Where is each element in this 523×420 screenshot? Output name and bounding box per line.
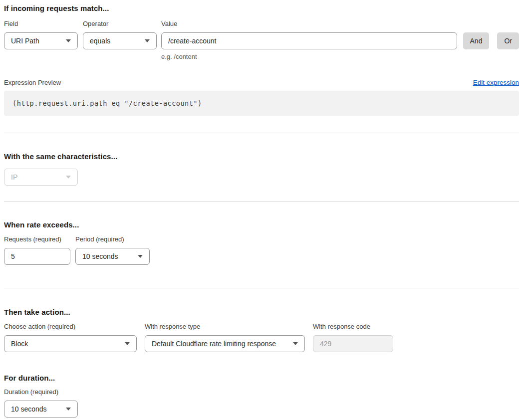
duration-column: Duration (required) 10 seconds bbox=[4, 388, 519, 418]
operator-select-value: equals bbox=[90, 37, 110, 45]
chevron-down-icon bbox=[125, 342, 130, 345]
response-code-column: With response code bbox=[313, 323, 393, 352]
section-duration: For duration... Duration (required) 10 s… bbox=[4, 374, 519, 418]
response-type-column: With response type Default Cloudflare ra… bbox=[145, 323, 305, 352]
operator-select[interactable]: equals bbox=[83, 32, 157, 49]
section-rate: When rate exceeds... Requests (required)… bbox=[4, 220, 519, 265]
requests-input[interactable] bbox=[4, 248, 70, 265]
requests-label: Requests (required) bbox=[4, 235, 70, 243]
expression-preview-header: Expression Preview Edit expression bbox=[4, 79, 519, 86]
chevron-down-icon bbox=[145, 39, 150, 42]
choose-action-select-value: Block bbox=[11, 340, 28, 348]
field-column: Field URI Path bbox=[4, 20, 78, 49]
rate-row: Requests (required) Period (required) 10… bbox=[4, 235, 519, 265]
section-title-duration: For duration... bbox=[4, 374, 519, 382]
response-type-label: With response type bbox=[145, 323, 305, 331]
chevron-down-icon bbox=[66, 408, 71, 411]
section-title-incoming-requests: If incoming requests match... bbox=[4, 4, 519, 12]
rate-limiting-rule-form: If incoming requests match... Field URI … bbox=[0, 0, 523, 418]
and-button[interactable]: And bbox=[463, 32, 490, 49]
choose-action-label: Choose action (required) bbox=[4, 323, 137, 331]
section-title-action: Then take action... bbox=[4, 308, 519, 316]
chevron-down-icon bbox=[138, 255, 143, 258]
duration-select[interactable]: 10 seconds bbox=[4, 401, 78, 418]
edit-expression-link[interactable]: Edit expression bbox=[473, 79, 519, 86]
action-row: Choose action (required) Block With resp… bbox=[4, 323, 519, 352]
choose-action-column: Choose action (required) Block bbox=[4, 323, 137, 352]
response-code-label: With response code bbox=[313, 323, 393, 331]
section-divider bbox=[4, 201, 519, 202]
response-type-select-value: Default Cloudflare rate limiting respons… bbox=[152, 340, 276, 348]
chevron-down-icon bbox=[66, 176, 71, 179]
response-type-select[interactable]: Default Cloudflare rate limiting respons… bbox=[145, 335, 305, 352]
operator-column: Operator equals bbox=[83, 20, 157, 49]
duration-select-value: 10 seconds bbox=[11, 405, 47, 413]
field-select-value: URI Path bbox=[11, 37, 39, 45]
section-action: Then take action... Choose action (requi… bbox=[4, 308, 519, 352]
expression-preview-code: (http.request.uri.path eq "/create-accou… bbox=[4, 91, 519, 116]
value-column: Value e.g. /content bbox=[161, 20, 457, 60]
chevron-down-icon bbox=[293, 342, 298, 345]
section-title-rate: When rate exceeds... bbox=[4, 220, 519, 229]
field-label: Field bbox=[4, 20, 78, 28]
requests-column: Requests (required) bbox=[4, 235, 70, 265]
response-code-input bbox=[313, 335, 393, 352]
value-label: Value bbox=[161, 20, 457, 28]
period-column: Period (required) 10 seconds bbox=[75, 235, 150, 265]
field-select[interactable]: URI Path bbox=[4, 32, 78, 49]
section-divider bbox=[4, 288, 519, 288]
match-builder-row: Field URI Path Operator equals Value e.g… bbox=[4, 20, 519, 60]
period-select[interactable]: 10 seconds bbox=[75, 248, 150, 265]
section-title-characteristics: With the same characteristics... bbox=[4, 152, 519, 161]
period-label: Period (required) bbox=[75, 235, 150, 243]
or-button[interactable]: Or bbox=[497, 32, 519, 49]
section-divider bbox=[4, 133, 519, 133]
value-input[interactable] bbox=[161, 32, 457, 49]
expression-preview-label: Expression Preview bbox=[4, 79, 61, 86]
chevron-down-icon bbox=[66, 39, 71, 42]
section-characteristics: With the same characteristics... IP bbox=[4, 152, 519, 186]
duration-label: Duration (required) bbox=[4, 388, 519, 396]
characteristic-select: IP bbox=[4, 169, 78, 186]
characteristic-select-value: IP bbox=[11, 173, 17, 181]
choose-action-select[interactable]: Block bbox=[4, 335, 137, 352]
period-select-value: 10 seconds bbox=[82, 252, 118, 260]
section-incoming-requests: If incoming requests match... Field URI … bbox=[4, 4, 519, 116]
operator-label: Operator bbox=[83, 20, 157, 28]
value-helper-text: e.g. /content bbox=[161, 53, 457, 60]
